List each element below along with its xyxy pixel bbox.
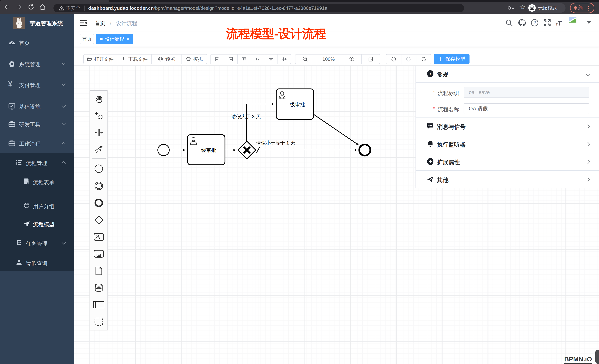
process-key-input[interactable] — [464, 87, 589, 98]
back-icon[interactable] — [2, 3, 10, 11]
breadcrumb-home[interactable]: 首页 — [95, 20, 106, 26]
restart-button[interactable] — [416, 54, 431, 64]
tab-label: 设计流程 — [105, 36, 124, 42]
download-file-button[interactable]: 下载文件 — [117, 54, 151, 64]
github-icon[interactable] — [518, 19, 526, 28]
zoom-in-button[interactable] — [342, 54, 361, 64]
space-tool[interactable] — [90, 127, 107, 139]
create-gateway[interactable] — [90, 214, 107, 226]
user-task-level2[interactable]: 二级审批 — [276, 89, 314, 119]
global-connect-tool[interactable] — [90, 144, 107, 155]
align-right-button[interactable] — [224, 54, 237, 64]
create-subprocess[interactable] — [90, 248, 107, 260]
align-bottom-button[interactable] — [251, 54, 264, 64]
sidebar-item-workflow[interactable]: 工作流程 — [0, 134, 74, 153]
flow-gateway-to-task2[interactable] — [247, 104, 274, 142]
lasso-tool[interactable] — [90, 110, 107, 122]
search-icon[interactable] — [505, 19, 513, 27]
sidebar-item-label: 研发工具 — [19, 121, 41, 128]
user-task-level1[interactable]: 一级审批 — [188, 135, 225, 165]
process-name-input[interactable] — [464, 103, 589, 114]
section-message-signal[interactable]: 消息与信号 — [416, 117, 599, 135]
exclusive-gateway[interactable] — [238, 141, 256, 159]
condition-label-le1[interactable]: 请假小于等于 1 天 — [256, 140, 295, 146]
create-intermediate-event[interactable] — [90, 180, 107, 192]
start-event[interactable] — [158, 144, 169, 156]
update-label[interactable]: 更新 — [573, 5, 583, 11]
undo-button[interactable] — [386, 54, 401, 64]
sidebar-item-devtools[interactable]: 研发工具 — [0, 115, 74, 134]
tab-design-process[interactable]: 设计流程 × — [96, 34, 133, 44]
create-user-task[interactable] — [90, 231, 107, 243]
toolbox-icon — [8, 120, 16, 129]
hand-tool[interactable] — [90, 93, 107, 105]
send-icon — [427, 176, 434, 184]
align-top-button[interactable] — [237, 54, 251, 64]
align-left-button[interactable] — [211, 54, 224, 64]
sidebar-item-user-group[interactable]: 用户分组 — [0, 197, 74, 216]
create-participant[interactable] — [90, 299, 107, 311]
help-icon[interactable]: ? — [530, 19, 539, 27]
section-execution-listener[interactable]: 执行监听器 — [416, 135, 599, 153]
sidebar-item-task-mgmt[interactable]: 任务管理 — [0, 234, 74, 253]
align-vertical-center-button[interactable] — [264, 54, 277, 64]
corner-handle[interactable] — [595, 350, 599, 364]
preview-button[interactable]: 预览 — [151, 54, 182, 64]
zoom-out-button[interactable] — [295, 54, 315, 64]
preview-icon — [158, 57, 163, 62]
incognito-label: 无痕模式 — [538, 5, 557, 11]
avatar[interactable] — [568, 16, 582, 30]
address-bar[interactable]: 不安全 dashboard.yudao.iocoder.cn/bpm/manag… — [53, 4, 464, 12]
font-size-icon[interactable]: тT — [556, 20, 562, 27]
create-end-event[interactable] — [90, 197, 107, 209]
sidebar-item-process-mgmt[interactable]: 流程管理 — [0, 153, 74, 173]
required-marker: * — [433, 105, 435, 112]
tab-home[interactable]: 首页 — [80, 34, 94, 44]
tab-close-icon[interactable]: × — [127, 36, 129, 42]
chevron-right-icon — [586, 124, 590, 129]
form-doc-icon — [23, 178, 30, 186]
bookmark-star-icon[interactable]: ☆ — [519, 3, 525, 11]
sidebar-item-infra[interactable]: 基础设施 — [0, 97, 74, 116]
end-event[interactable] — [359, 144, 370, 156]
sidebar-item-leave-query[interactable]: 请假查询 — [0, 253, 74, 272]
sidebar-item-system[interactable]: 系统管理 — [0, 54, 74, 74]
browser-active-tab[interactable] — [0, 0, 109, 2]
create-group[interactable] — [90, 316, 107, 328]
reload-icon[interactable] — [27, 3, 35, 11]
save-model-button[interactable]: 保存模型 — [434, 54, 469, 64]
create-data-object[interactable] — [90, 265, 107, 277]
bpmn-io-watermark[interactable]: BPMN.iO — [564, 356, 592, 364]
browser-update-button[interactable]: 更新 ⋮ — [570, 3, 594, 13]
sidebar-item-process-model[interactable]: 流程模型 — [0, 214, 74, 234]
simulate-button[interactable]: 模拟 — [182, 54, 207, 64]
browser-menu-icon[interactable]: ⋮ — [586, 5, 591, 11]
avatar-caret-icon[interactable] — [587, 21, 591, 24]
zoom-reset-button[interactable] — [361, 54, 380, 64]
create-start-event[interactable] — [90, 163, 107, 175]
redo-button[interactable] — [401, 54, 416, 64]
sidebar-item-home[interactable]: 首页 — [0, 33, 74, 52]
zoom-toolbar-group: 100% — [295, 54, 380, 64]
section-general-header[interactable]: i 常规 — [416, 66, 599, 83]
forward-icon[interactable] — [16, 3, 24, 11]
open-file-button[interactable]: 打开文件 — [84, 54, 117, 64]
url-path: /bpm/manager/model/design?modelId=e4a1a1… — [154, 5, 327, 11]
flow-task2-to-end[interactable] — [314, 115, 358, 145]
sidebar-item-process-form[interactable]: 流程表单 — [0, 172, 74, 192]
fullscreen-icon[interactable] — [543, 19, 551, 27]
password-key-icon[interactable] — [507, 4, 515, 13]
sidebar-item-payment[interactable]: ¥ 支付管理 — [0, 75, 74, 95]
section-extended-attributes[interactable]: 扩展属性 — [416, 153, 599, 170]
chevron-up-icon — [62, 161, 66, 166]
section-other[interactable]: 其他 — [416, 170, 599, 188]
condition-label-gt3[interactable]: 请假大于 3 天 — [231, 114, 261, 119]
incognito-icon — [528, 4, 536, 12]
home-icon[interactable] — [38, 3, 47, 11]
section-title: 执行监听器 — [437, 141, 466, 149]
button-label: 模拟 — [193, 56, 203, 62]
create-data-store[interactable] — [90, 282, 107, 294]
align-horizontal-center-button[interactable] — [277, 54, 291, 64]
zoom-level[interactable]: 100% — [315, 54, 342, 64]
sidebar-collapse-icon[interactable] — [79, 19, 87, 27]
